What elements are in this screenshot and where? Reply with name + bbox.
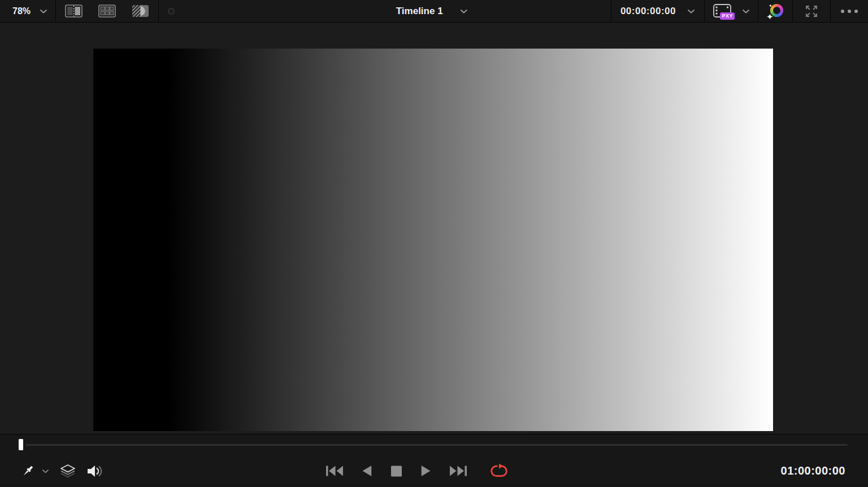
multi-view-grid-icon[interactable] bbox=[98, 5, 116, 18]
chevron-down-icon[interactable] bbox=[687, 9, 695, 14]
video-canvas[interactable] bbox=[93, 49, 773, 431]
chevron-down-icon[interactable] bbox=[42, 469, 49, 473]
scrubber-track[interactable] bbox=[25, 444, 848, 446]
proxy-media-icon: PXY bbox=[713, 3, 733, 19]
chevron-down-icon[interactable] bbox=[742, 9, 750, 14]
viewer-mode-buttons bbox=[56, 0, 158, 22]
timecode-display-dropdown[interactable]: 00:00:00:00 bbox=[611, 0, 704, 22]
color-boost-icon: ✦ ✦ bbox=[767, 3, 783, 19]
sparkle-icon: ✦ bbox=[769, 4, 772, 8]
chevron-down-icon[interactable] bbox=[460, 9, 468, 14]
transport-panel: 01:00:00:00 bbox=[0, 434, 868, 486]
timecode-value: 00:00:00:00 bbox=[620, 6, 676, 17]
skip-to-start-icon bbox=[326, 465, 344, 477]
status-dot bbox=[168, 8, 175, 15]
mute-button[interactable] bbox=[86, 464, 103, 478]
proxy-badge: PXY bbox=[720, 12, 735, 20]
viewer-top-bar: 78% bbox=[0, 0, 868, 23]
stop-button[interactable] bbox=[391, 466, 402, 477]
color-boost-button[interactable]: ✦ ✦ bbox=[758, 0, 792, 22]
zoom-level-value: 78% bbox=[12, 6, 31, 16]
sparkle-icon: ✦ bbox=[766, 12, 774, 21]
skip-to-end-icon bbox=[450, 465, 467, 477]
ellipsis-icon bbox=[841, 10, 858, 13]
expand-icon bbox=[805, 5, 818, 18]
viewer-area bbox=[0, 23, 868, 434]
eyedropper-icon[interactable] bbox=[20, 464, 35, 479]
status-indicator-section bbox=[159, 0, 184, 22]
color-picker-dropdown[interactable] bbox=[20, 464, 49, 479]
timeline-name: Timeline 1 bbox=[396, 6, 443, 17]
viewer-panel: 78% bbox=[0, 0, 868, 487]
split-screen-icon[interactable] bbox=[65, 5, 83, 18]
playhead-timecode: 01:00:00:00 bbox=[781, 455, 845, 487]
play-reverse-button[interactable] bbox=[363, 466, 372, 476]
play-reverse-icon bbox=[363, 466, 372, 476]
timeline-selector[interactable]: Timeline 1 bbox=[396, 0, 468, 23]
play-button[interactable] bbox=[422, 466, 431, 476]
layers-icon bbox=[59, 464, 76, 479]
playhead-handle[interactable] bbox=[19, 439, 23, 450]
expand-viewer-button[interactable] bbox=[792, 0, 830, 22]
play-icon bbox=[422, 466, 431, 476]
zoom-level-dropdown[interactable]: 78% bbox=[0, 0, 55, 22]
skip-to-start-button[interactable] bbox=[326, 465, 344, 477]
transport-controls: 01:00:00:00 bbox=[0, 455, 868, 487]
volume-icon bbox=[86, 464, 103, 478]
wipe-compare-icon[interactable] bbox=[132, 5, 149, 18]
loop-button[interactable] bbox=[490, 463, 509, 479]
scrubber bbox=[0, 434, 868, 455]
options-menu-button[interactable] bbox=[830, 0, 868, 22]
skip-to-end-button[interactable] bbox=[450, 465, 467, 477]
loop-icon bbox=[490, 463, 509, 479]
chevron-down-icon[interactable] bbox=[40, 9, 47, 14]
stop-icon bbox=[391, 466, 402, 477]
proxy-media-dropdown[interactable]: PXY bbox=[704, 0, 758, 22]
layers-button[interactable] bbox=[59, 464, 76, 479]
